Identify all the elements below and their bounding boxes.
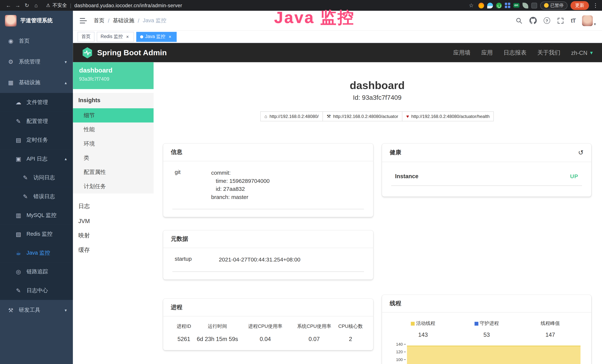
bookmark-star-icon[interactable]: ☆ — [469, 2, 474, 8]
gear-icon: ⚙ — [7, 58, 14, 65]
sidebar-item-redis-monitor[interactable]: ▧ Redis 监控 — [0, 225, 73, 243]
sidebar-item-error-logs[interactable]: ✎ 错误日志 — [0, 187, 73, 206]
sba-menu-classes[interactable]: 类 — [73, 151, 153, 165]
actuator-url-link[interactable]: ⚒ http://192.168.0.2:48080/actuator — [322, 111, 402, 121]
yellow-legend-swatch — [411, 321, 415, 325]
tab-redis-monitor[interactable]: Redis 监控 × — [97, 32, 134, 42]
sidebar-item-config-mgmt[interactable]: ✎ 配置管理 — [0, 112, 73, 130]
address-url[interactable]: dashboard.yudao.iocoder.cn/infra/admin-s… — [74, 2, 182, 8]
sba-menu-scheduled-tasks[interactable]: 计划任务 — [73, 179, 153, 193]
breadcrumb: 首页 / 基础设施 / Java 监控 — [94, 17, 166, 24]
sidebar-item-dev-tools[interactable]: ⚒ 研发工具 ▾ — [0, 300, 73, 321]
search-icon[interactable] — [515, 17, 523, 24]
sba-nav-wallboard[interactable]: 应用墙 — [453, 49, 470, 56]
green-circle-extension-icon[interactable] — [496, 2, 502, 8]
metadata-key: startup — [175, 256, 219, 264]
sba-menu-details[interactable]: 细节 — [73, 108, 153, 123]
sidebar-item-java-monitor[interactable]: ☕ Java 监控 — [0, 244, 73, 262]
sidebar-item-scheduled-tasks[interactable]: ▤ 定时任务 — [0, 130, 73, 149]
sba-sidebar: dashboard 93a3fc7f7409 Insights 细节 性能 环境… — [73, 62, 153, 364]
browser-home-icon[interactable]: ⌂ — [32, 2, 41, 8]
app-shell: 芋道管理系统 ◉ 首页 ⚙ 系统管理 ▾ ▦ 基础设施 ▴ ☁ 文件管理 ✎ — [0, 11, 602, 364]
browser-reload-icon[interactable]: ↻ — [22, 2, 32, 8]
sidebar-item-infrastructure[interactable]: ▦ 基础设施 ▴ — [0, 72, 73, 93]
breadcrumb-home[interactable]: 首页 — [94, 17, 104, 24]
github-icon[interactable] — [529, 17, 537, 24]
font-size-icon[interactable]: tT — [571, 17, 575, 24]
sidebar-item-tracing[interactable]: ◎ 链路追踪 — [0, 262, 73, 281]
sidebar-item-label: API 日志 — [27, 155, 47, 162]
close-icon[interactable]: × — [125, 34, 130, 39]
process-header-row: 进程ID 运行时间 进程CPU使用率 系统CPU使用率 CPU核心数 — [172, 321, 364, 332]
process-col-header: CPU核心数 — [337, 321, 364, 332]
help-icon[interactable]: ? — [544, 17, 550, 24]
security-chip[interactable]: ⚠ 不安全 — [46, 2, 67, 9]
health-instance-row: Instance UP — [391, 168, 582, 186]
sba-menu-metrics[interactable]: 性能 — [73, 123, 153, 137]
sidebar-item-mysql-monitor[interactable]: ▥ MySQL 监控 — [0, 206, 73, 225]
topbar-actions: ? tT ▾ — [515, 15, 596, 26]
hamburger-icon[interactable] — [79, 16, 88, 25]
sba-menu-logs[interactable]: 日志 — [73, 199, 153, 214]
user-menu[interactable]: ▾ — [582, 15, 596, 26]
sidebar-item-home[interactable]: ◉ 首页 — [0, 31, 73, 52]
paused-badge[interactable]: 已暂停 — [540, 1, 568, 9]
threads-card-body: 活动线程 143 守护进程 — [382, 313, 591, 364]
sidebar-item-label: 配置管理 — [27, 118, 48, 125]
sidebar-item-label: Java 监控 — [27, 249, 50, 256]
heart-icon: ♥ — [406, 114, 409, 119]
git-commit-time: time: 1596289704000 — [211, 177, 269, 185]
redis-icon: ▧ — [15, 231, 22, 237]
fullscreen-icon[interactable] — [557, 17, 564, 24]
sba-menu-caches[interactable]: 缓存 — [73, 243, 153, 257]
sba-nav-applications[interactable]: 应用 — [481, 49, 493, 56]
close-icon[interactable]: × — [167, 34, 172, 39]
sba-menu-environment[interactable]: 环境 — [73, 137, 153, 151]
health-url-link[interactable]: ♥ http://192.168.0.2:48080/actuator/heal… — [402, 111, 494, 121]
sba-nav-about[interactable]: 关于我们 — [537, 49, 560, 56]
service-url-link[interactable]: ⌂ http://192.168.0.2:48080/ — [260, 111, 323, 121]
puzzle-extension-icon[interactable] — [531, 2, 537, 8]
process-col-header: 进程ID — [172, 321, 195, 332]
health-card-title: 健康 — [390, 149, 401, 156]
update-button[interactable]: 更新 — [570, 1, 589, 10]
info-value: commit: time: 1596289704000 id: 27aa832 … — [211, 169, 269, 201]
instance-id: 93a3fc7f7409 — [79, 76, 148, 82]
pin-extension-icon[interactable] — [487, 2, 493, 8]
metadata-card-title: 元数据 — [163, 230, 373, 248]
feather-extension-icon[interactable] — [522, 2, 528, 8]
breadcrumb-infrastructure[interactable]: 基础设施 — [113, 17, 134, 24]
instance-id-line: Id: 93a3fc7f7409 — [163, 94, 591, 102]
grid-extension-icon[interactable] — [505, 3, 510, 8]
tab-home[interactable]: 首页 — [77, 32, 94, 42]
sidebar-item-label: 系统管理 — [19, 58, 40, 65]
chevron-up-icon: ▴ — [65, 80, 67, 85]
sba-menu-jvm[interactable]: JVM — [73, 214, 153, 228]
on-badge-extension-icon[interactable]: on — [513, 3, 519, 8]
flame-extension-icon[interactable] — [478, 2, 484, 8]
sba-brand[interactable]: Spring Boot Admin — [82, 47, 167, 58]
tab-java-monitor[interactable]: Java 监控 × — [136, 32, 176, 42]
browser-forward-icon[interactable]: → — [13, 2, 22, 8]
edit-icon: ✎ — [15, 118, 22, 125]
sba-menu-mappings[interactable]: 映射 — [73, 228, 153, 243]
sidebar-item-access-logs[interactable]: ✎ 访问日志 — [0, 168, 73, 187]
app-logo-row[interactable]: 芋道管理系统 — [0, 11, 73, 31]
sba-menu-config-props[interactable]: 配置属性 — [73, 165, 153, 179]
chevron-down-icon: ▾ — [590, 50, 593, 56]
chevron-down-icon: ▾ — [65, 308, 67, 313]
insights-heading: Insights — [73, 93, 153, 108]
sba-nav-journal[interactable]: 日志报表 — [504, 49, 527, 56]
instance-selector[interactable]: dashboard 93a3fc7f7409 — [73, 62, 153, 89]
wrench-icon: ⚒ — [327, 114, 331, 119]
sidebar-item-file-mgmt[interactable]: ☁ 文件管理 — [0, 93, 73, 112]
sba-nav: 应用墙 应用 日志报表 关于我们 zh-CN ▾ — [453, 49, 593, 56]
browser-menu-icon[interactable]: ⋮ — [593, 2, 598, 8]
browser-back-icon[interactable]: ← — [4, 2, 13, 8]
sidebar-item-api-logs[interactable]: ▣ API 日志 ▴ — [0, 150, 73, 168]
page-title: dashboard — [163, 79, 591, 92]
sidebar-item-log-center[interactable]: ✎ 日志中心 — [0, 281, 73, 300]
history-icon[interactable]: ↺ — [578, 149, 584, 157]
sidebar-item-system-mgmt[interactable]: ⚙ 系统管理 ▾ — [0, 51, 73, 72]
locale-selector[interactable]: zh-CN ▾ — [571, 49, 593, 56]
